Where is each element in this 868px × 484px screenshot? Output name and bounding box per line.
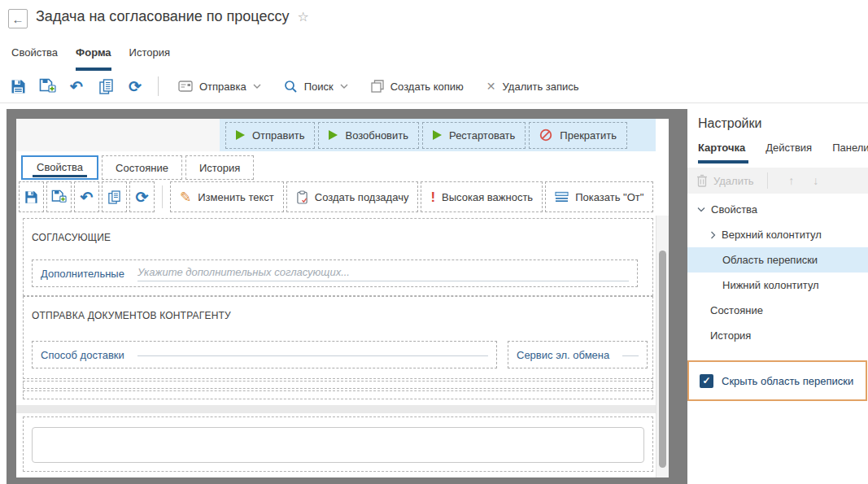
delete-element-button-disabled[interactable]: Удалить <box>696 174 754 187</box>
send-dropdown[interactable]: Отправка <box>167 73 273 99</box>
copy-button[interactable] <box>91 73 120 99</box>
field-exchange-service[interactable]: Сервис эл. обмена <box>508 341 648 368</box>
tree-item-bottom-header[interactable]: Нижний колонтитул <box>687 273 868 298</box>
save-icon <box>11 79 26 94</box>
hide-correspondence-checkbox-group[interactable]: ✓ Скрыть область переписки <box>687 360 867 401</box>
main-tabs: Свойства Форма История <box>11 46 170 71</box>
refresh-icon: ⟳ <box>129 79 142 94</box>
preview-undo-button[interactable]: ↶ <box>74 181 99 212</box>
refresh-button[interactable]: ⟳ <box>120 73 150 99</box>
back-button[interactable]: ← <box>8 9 28 28</box>
preview-tab-state-label: Состояние <box>116 162 168 174</box>
tree-item-properties-label: Свойства <box>711 203 757 216</box>
preview-copy-button[interactable] <box>102 181 127 212</box>
preview-scrollbar-thumb[interactable] <box>659 251 666 468</box>
tab-form[interactable]: Форма <box>76 46 111 71</box>
copy-icon <box>99 79 113 94</box>
abort-task-label: Прекратить <box>560 129 617 142</box>
save-and-create-icon <box>39 78 56 94</box>
field-delivery-method[interactable]: Способ доставки <box>32 341 497 368</box>
section-approvers-title: СОГЛАСУЮЩИЕ <box>32 232 111 243</box>
preview-save-and-create-button[interactable] <box>46 181 72 212</box>
create-subtask-button[interactable]: Создать подзадачу <box>286 181 419 212</box>
search-dropdown[interactable]: Поиск <box>273 73 360 99</box>
tab-properties[interactable]: Свойства <box>11 46 58 71</box>
form-preview-canvas: Отправить Возобновить Рестартовать Прекр… <box>16 119 669 477</box>
settings-tab-card[interactable]: Карточка <box>698 142 745 154</box>
delete-record-button[interactable]: ✕ Удалить запись <box>475 73 591 99</box>
preview-tab-properties[interactable]: Свойства <box>21 155 98 180</box>
toolbar-divider <box>158 76 159 96</box>
main-toolbar: ↶ ⟳ Отправка Поиск Создать копию ✕ Удали… <box>3 72 591 101</box>
correspondence-textbox[interactable] <box>32 427 644 463</box>
designer-frame: Отправить Возобновить Рестартовать Прекр… <box>7 109 687 484</box>
move-up-button-disabled[interactable]: ↑ <box>779 174 804 187</box>
correspondence-area-placeholder[interactable] <box>23 416 653 472</box>
tree-item-top-header-label: Верхний колонтитул <box>722 229 822 241</box>
show-from-button[interactable]: Показать "От" <box>545 181 653 212</box>
form-separator-band <box>16 405 656 413</box>
empty-placeholder-row[interactable] <box>23 390 653 399</box>
section-counterparty-docs[interactable]: ОТПРАВКА ДОКУМЕНТОВ КОНТРАГЕНТУ Способ д… <box>23 296 653 379</box>
trash-icon <box>696 174 708 187</box>
copy-icon <box>108 190 120 204</box>
settings-title: Настройки <box>698 116 761 131</box>
search-icon <box>284 80 298 94</box>
tab-history[interactable]: История <box>129 46 170 71</box>
field-underline <box>137 353 488 356</box>
tree-item-correspondence-area[interactable]: Область переписки <box>687 247 868 273</box>
delete-record-label: Удалить запись <box>503 81 579 93</box>
save-icon <box>24 190 38 204</box>
preview-action-row: Отправить Возобновить Рестартовать Прекр… <box>16 119 656 151</box>
edit-text-button[interactable]: ✎ Изменить текст <box>170 181 284 212</box>
field-additional-approvers[interactable]: Дополнительные Укажите дополнительных со… <box>32 259 638 287</box>
high-importance-label: Высокая важность <box>442 191 533 203</box>
high-importance-button[interactable]: ! Высокая важность <box>421 181 543 212</box>
settings-tab-actions[interactable]: Действия <box>765 142 812 154</box>
chevron-down-icon[interactable] <box>697 207 705 212</box>
preview-tabs: Свойства Состояние История <box>21 155 254 180</box>
delete-element-label: Удалить <box>713 175 754 187</box>
tree-item-state-label: Состояние <box>710 304 763 316</box>
send-task-button[interactable]: Отправить <box>225 122 315 149</box>
restart-task-button[interactable]: Рестартовать <box>422 122 526 149</box>
tree-item-history[interactable]: История <box>687 323 868 348</box>
action-row-spacer <box>16 119 220 151</box>
field-underline: Укажите дополнительных согласующих... <box>137 266 629 281</box>
edit-text-label: Изменить текст <box>198 191 274 203</box>
undo-icon: ↶ <box>81 190 94 205</box>
field-underline <box>622 353 639 356</box>
importance-icon: ! <box>430 190 435 204</box>
create-copy-button[interactable]: Создать копию <box>360 73 475 99</box>
send-label: Отправка <box>199 81 246 93</box>
save-button[interactable] <box>3 73 33 99</box>
undo-button[interactable]: ↶ <box>62 73 91 99</box>
clipboard-icon <box>296 190 308 204</box>
preview-scrollbar[interactable] <box>656 216 669 477</box>
preview-tab-properties-label: Свойства <box>33 159 87 177</box>
preview-refresh-button[interactable]: ⟳ <box>129 181 155 212</box>
save-and-create-icon <box>51 190 67 204</box>
move-down-button-disabled[interactable]: ↓ <box>804 174 828 187</box>
preview-tab-history[interactable]: История <box>185 155 254 180</box>
preview-save-button[interactable] <box>19 181 44 212</box>
chevron-right-icon[interactable] <box>710 231 716 239</box>
empty-placeholder-row[interactable] <box>23 381 653 389</box>
save-and-create-button[interactable] <box>33 73 62 99</box>
tree-item-state[interactable]: Состояние <box>687 298 868 323</box>
create-subtask-label: Создать подзадачу <box>315 191 409 203</box>
action-row-highlight: Отправить Возобновить Рестартовать Прекр… <box>220 119 656 151</box>
create-copy-label: Создать копию <box>390 81 464 93</box>
abort-task-button[interactable]: Прекратить <box>529 122 627 149</box>
checkbox-checked[interactable]: ✓ <box>700 374 713 388</box>
resume-task-button[interactable]: Возобновить <box>318 122 419 149</box>
prohibition-icon <box>539 129 552 142</box>
favorite-star-icon[interactable]: ☆ <box>297 9 308 24</box>
play-icon <box>433 130 442 140</box>
tree-item-properties[interactable]: Свойства <box>687 197 868 222</box>
section-approvers[interactable]: СОГЛАСУЮЩИЕ Дополнительные Укажите допол… <box>23 218 653 296</box>
toolbar-divider <box>767 172 768 189</box>
tree-item-top-header[interactable]: Верхний колонтитул <box>687 222 868 247</box>
settings-tab-panels[interactable]: Панели <box>832 142 868 154</box>
preview-tab-state[interactable]: Состояние <box>102 155 182 180</box>
